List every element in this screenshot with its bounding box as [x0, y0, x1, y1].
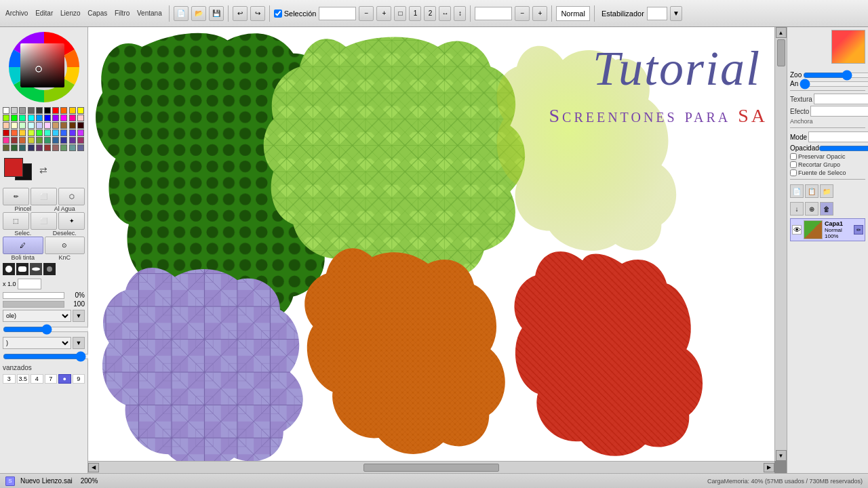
palette-cell[interactable] — [11, 137, 18, 144]
palette-cell[interactable] — [11, 107, 18, 114]
scroll-left-btn[interactable]: ◀ — [88, 463, 99, 472]
palette-cell[interactable] — [44, 122, 51, 129]
palette-cell[interactable] — [19, 137, 26, 144]
crop-checkbox[interactable] — [790, 161, 797, 168]
fg-color-swatch[interactable] — [4, 158, 23, 177]
menu-layer[interactable]: Capas — [85, 9, 110, 17]
new-layer-btn[interactable]: 📄 — [790, 184, 804, 198]
palette-cell[interactable] — [11, 122, 18, 129]
stabilizer-settings-btn[interactable]: ▼ — [670, 6, 682, 21]
palette-cell[interactable] — [3, 144, 9, 151]
opacity-slider[interactable] — [3, 292, 64, 299]
color-wheel-container[interactable] — [7, 30, 81, 104]
size-input[interactable]: 9.0 — [18, 279, 41, 289]
palette-cell[interactable] — [60, 115, 67, 121]
scroll-right-btn[interactable]: ▶ — [764, 463, 774, 472]
layer-entry[interactable]: 👁 Capa1 Normal 100% ✏ — [790, 218, 865, 241]
rotation-dec-btn[interactable]: − — [515, 6, 530, 21]
palette-cell[interactable] — [36, 129, 43, 136]
tip-circle[interactable] — [3, 263, 15, 275]
zoom-fit-btn[interactable]: □ — [394, 6, 406, 21]
flip-h-btn[interactable]: ↔ — [439, 6, 451, 21]
palette-cell[interactable] — [44, 144, 51, 151]
mode-value-input[interactable]: Normal — [808, 131, 868, 142]
scroll-track-h[interactable] — [99, 464, 764, 472]
dot-3-5[interactable]: 3.5 — [17, 374, 30, 384]
rotation-inc-btn[interactable]: + — [532, 6, 547, 21]
merge-all-btn[interactable]: ⊕ — [805, 202, 818, 216]
tip-wide[interactable] — [30, 263, 42, 275]
selection-checkbox[interactable] — [274, 9, 282, 18]
layer-visibility-toggle[interactable]: 👁 — [792, 225, 802, 235]
palette-cell[interactable] — [52, 144, 59, 151]
preset-btn-1[interactable]: ▼ — [73, 310, 85, 322]
scroll-track-v[interactable] — [775, 38, 787, 450]
palette-cell[interactable] — [60, 107, 67, 114]
canvas-scrollbar-h[interactable]: ◀ ▶ — [88, 461, 774, 473]
size-preset-slider[interactable] — [3, 325, 90, 334]
palette-cell[interactable] — [69, 129, 76, 136]
scroll-thumb-h[interactable] — [363, 464, 499, 472]
scroll-up-btn[interactable]: ▲ — [776, 27, 787, 38]
palette-cell[interactable] — [77, 122, 84, 129]
palette-cell[interactable] — [28, 122, 35, 129]
blend-select[interactable]: ) — [3, 337, 71, 349]
palette-cell[interactable] — [11, 129, 18, 136]
flow-slider[interactable] — [3, 301, 64, 308]
tip-flat[interactable] — [16, 263, 28, 275]
dot-3[interactable]: 3 — [3, 374, 16, 384]
fill-tool-btn[interactable]: ⬡ — [58, 188, 85, 205]
palette-cell[interactable] — [36, 137, 43, 144]
redo-btn[interactable]: ↪ — [250, 6, 265, 21]
canvas-white[interactable]: Tutorial Screentones para SA — [88, 27, 774, 461]
zoom-2-btn[interactable]: 2 — [424, 6, 436, 21]
new-btn[interactable]: 📄 — [174, 6, 189, 21]
palette-cell[interactable] — [28, 137, 35, 144]
palette-cell[interactable] — [77, 144, 84, 151]
palette-cell[interactable] — [3, 122, 9, 129]
zoom-inc-btn[interactable]: + — [376, 6, 391, 21]
preset-select-1[interactable]: ole) — [3, 310, 71, 322]
rotation-input[interactable]: +000° — [475, 7, 512, 20]
palette-cell[interactable] — [69, 137, 76, 144]
palette-cell[interactable] — [60, 144, 67, 151]
palette-cell[interactable] — [60, 129, 67, 136]
palette-cell[interactable] — [69, 115, 76, 121]
palette-cell[interactable] — [44, 107, 51, 114]
palette-cell[interactable] — [28, 129, 35, 136]
palette-cell[interactable] — [36, 122, 43, 129]
palette-cell[interactable] — [36, 115, 43, 121]
palette-cell[interactable] — [52, 122, 59, 129]
deselect-tool-btn[interactable]: ⬜ — [31, 212, 57, 230]
tip-round[interactable] — [43, 263, 56, 275]
palette-cell[interactable] — [52, 115, 59, 121]
palette-cell[interactable] — [77, 129, 84, 136]
palette-cell[interactable] — [77, 137, 84, 144]
dot-7[interactable]: 7 — [45, 374, 58, 384]
knc-tool-btn[interactable]: ⊙ — [45, 237, 85, 254]
zoom-1-btn[interactable]: 1 — [409, 6, 421, 21]
transform-tool-btn[interactable]: ✦ — [58, 212, 85, 230]
palette-cell[interactable] — [19, 129, 26, 136]
scroll-thumb-v[interactable] — [777, 39, 785, 66]
pen-tool-btn[interactable]: 🖊 — [3, 237, 43, 254]
brush-tool-btn[interactable]: ✏ — [3, 188, 29, 205]
palette-cell[interactable] — [28, 144, 35, 151]
palette-cell[interactable] — [28, 107, 35, 114]
menu-window[interactable]: Ventana — [134, 9, 165, 17]
palette-cell[interactable] — [52, 107, 59, 114]
blend-mode-display[interactable]: Normal — [556, 6, 589, 21]
palette-cell[interactable] — [60, 137, 67, 144]
palette-cell[interactable] — [60, 122, 67, 129]
delete-layer-btn[interactable]: 🗑 — [820, 202, 833, 216]
menu-edit[interactable]: Editar — [33, 9, 56, 17]
palette-cell[interactable] — [28, 115, 35, 121]
palette-cell[interactable] — [44, 137, 51, 144]
preserve-checkbox[interactable] — [790, 153, 797, 160]
select-tool-btn[interactable]: ⬚ — [3, 212, 29, 230]
blend-btn[interactable]: ▼ — [73, 337, 85, 349]
blend-slider[interactable] — [3, 352, 90, 361]
menu-canvas[interactable]: Lienzo — [58, 9, 83, 17]
palette-cell[interactable] — [69, 107, 76, 114]
dot-9[interactable]: 9 — [73, 374, 85, 384]
